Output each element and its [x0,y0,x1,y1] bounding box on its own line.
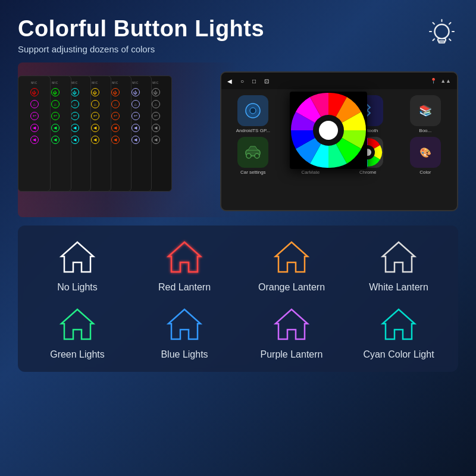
app-androidts[interactable]: AndroidTS GP... [226,95,280,133]
svg-point-16 [246,154,251,158]
home-icon[interactable]: ○ [240,78,244,84]
title-block: Colorful Button Lights Support adjusting… [18,17,264,54]
light-purple-lantern[interactable]: Purple Lantern [238,305,345,360]
purple-lantern-label: Purple Lantern [261,349,323,360]
light-green-lights[interactable]: Green Lights [24,305,131,360]
light-red-lantern[interactable]: Red Lantern [131,237,238,293]
status-icons: 📍 ▲▲ [430,78,451,84]
orange-lantern-label: Orange Lantern [258,282,325,293]
page-title: Colorful Button Lights [18,17,264,42]
svg-line-6 [449,23,451,24]
red-lantern-label: Red Lantern [158,282,211,293]
bulb-icon [425,19,458,58]
app-car-settings[interactable]: Car settings [226,137,280,175]
nav-icons: ◀ ○ □ ⊡ [227,78,269,84]
wifi-signal: ▲▲ [440,78,451,84]
tablet-layer-1: MIC ⏻ ⌂ ↩ ◀ ◀ [18,76,51,192]
svg-line-9 [433,39,435,41]
light-no-lights[interactable]: No Lights [24,237,131,293]
device-showcase: MIC ⏻ ⌂ ↩ ◀ ◀ MIC ⏻ ⌂ ↩ ◀ ◀ MIC ⏻ ⌂ ↩ ◀ [18,62,458,217]
light-orange-lantern[interactable]: Orange Lantern [238,237,345,293]
svg-line-8 [449,39,451,41]
recents-icon[interactable]: □ [252,78,256,84]
tablet-stack: MIC ⏻ ⌂ ↩ ◀ ◀ MIC ⏻ ⌂ ↩ ◀ ◀ MIC ⏻ ⌂ ↩ ◀ [18,62,220,205]
light-cyan-color[interactable]: Cyan Color Light [345,305,452,360]
light-blue-lights[interactable]: Blue Lights [131,305,238,360]
svg-rect-2 [439,41,445,43]
main-device: ◀ ○ □ ⊡ 📍 ▲▲ AndroidTS GP... [220,71,458,211]
app-boo[interactable]: 📚 Boo... [399,95,453,133]
svg-point-11 [250,108,256,114]
green-lights-label: Green Lights [50,349,105,360]
cyan-color-label: Cyan Color Light [363,349,434,360]
header: Colorful Button Lights Support adjusting… [18,17,458,58]
color-wheel-popup[interactable] [290,92,367,169]
lights-grid: No Lights Red Lantern [24,237,452,360]
svg-point-17 [255,154,259,158]
location-icon: 📍 [430,78,437,84]
svg-point-22 [319,121,338,140]
screen-icon[interactable]: ⊡ [264,78,269,84]
back-icon[interactable]: ◀ [227,78,232,84]
page-subtitle: Support adjusting dozens of colors [18,44,264,54]
no-lights-label: No Lights [57,282,98,293]
device-top-bar: ◀ ○ □ ⊡ 📍 ▲▲ [221,73,457,89]
lights-panel: No Lights Red Lantern [18,226,458,372]
blue-lights-label: Blue Lights [161,349,208,360]
app-color[interactable]: 🎨 Color [399,137,453,175]
svg-line-7 [433,23,435,24]
white-lantern-label: White Lantern [369,282,428,293]
light-white-lantern[interactable]: White Lantern [345,237,452,293]
svg-point-0 [435,24,449,39]
